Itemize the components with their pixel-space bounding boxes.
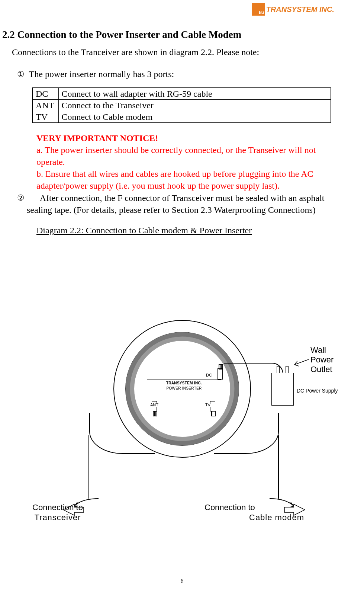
port-label-ant: ANT — [149, 403, 159, 407]
connection-left-label: Connection to Transceiver — [11, 502, 104, 522]
port-label-dc: DC — [205, 373, 213, 377]
notice-block: VERY IMPORTANT NOTICE! a. The power inse… — [0, 132, 342, 192]
inserter-label: POWER INSERTER — [166, 386, 202, 390]
connection-right-label: Connection to Cable modem — [204, 502, 346, 522]
tsi-logo-icon — [252, 3, 265, 16]
intro-text: Connections to the Tranceiver are shown … — [0, 47, 342, 57]
dc-supply-label: DC Power Supply — [297, 388, 338, 394]
port-label-tv: TV — [204, 403, 211, 407]
list-item-1-text: The power inserter normally has 3 ports: — [29, 69, 174, 79]
notice-a: a. The power inserter should be correctl… — [36, 144, 331, 168]
power-supply-icon — [271, 373, 294, 406]
list-item-1: ① The power inserter normally has 3 port… — [0, 69, 342, 79]
dc-cable-icon — [224, 363, 283, 374]
list-item-2: ② After connection, the F connector of T… — [0, 192, 342, 216]
page-number: 6 — [0, 578, 364, 585]
section-heading: 2.2 Connection to the Power Inserter and… — [0, 29, 342, 41]
list-item-2-text: After connection, the F connector of Tra… — [27, 193, 324, 215]
ant-cable-icon — [89, 413, 155, 454]
notice-title: VERY IMPORTANT NOTICE! — [36, 132, 331, 144]
table-row: DC Connect to wall adapter with RG-59 ca… — [32, 88, 331, 100]
inserter-brand: TRANSYSTEM INC. — [166, 381, 202, 385]
desc-cell: Connect to the Transeiver — [58, 100, 331, 111]
conn-left-line2: Transceiver — [34, 513, 81, 522]
tv-cable-icon — [214, 413, 279, 454]
conn-right-line1: Connection to — [204, 503, 255, 512]
header-logo: TRANSYSTEM INC. — [252, 3, 334, 16]
diagram-title: Diagram 2.2: Connection to Cable modem &… — [0, 225, 342, 236]
notice-b: b. Ensure that all wires and cables are … — [36, 168, 331, 192]
dc-connector-icon — [218, 368, 223, 380]
connection-diagram: TRANSYSTEM INC. POWER INSERTER DC ANT TV… — [11, 316, 353, 547]
port-cell: ANT — [32, 100, 58, 111]
power-prong-icon — [277, 366, 289, 373]
ant-cable-icon — [88, 435, 89, 499]
table-row: TV Connect to Cable modem — [32, 111, 331, 123]
header-divider — [0, 18, 364, 18]
tv-cable-icon — [278, 435, 279, 499]
company-name: TRANSYSTEM INC. — [266, 5, 334, 14]
ports-table: DC Connect to wall adapter with RG-59 ca… — [32, 87, 331, 123]
conn-right-line2: Cable modem — [204, 513, 304, 522]
wall-outlet-label: Wall Power Outlet — [310, 345, 334, 374]
port-cell: TV — [32, 111, 58, 123]
arrow-icon — [291, 357, 309, 370]
circled-2-icon: ② — [17, 193, 25, 202]
desc-cell: Connect to wall adapter with RG-59 cable — [58, 88, 331, 100]
port-cell: DC — [32, 88, 58, 100]
power-inserter-box: TRANSYSTEM INC. POWER INSERTER — [147, 380, 221, 401]
table-row: ANT Connect to the Transeiver — [32, 100, 331, 111]
conn-left-line1: Connection to — [32, 503, 83, 512]
desc-cell: Connect to Cable modem — [58, 111, 331, 123]
circled-1-icon: ① — [17, 70, 25, 79]
